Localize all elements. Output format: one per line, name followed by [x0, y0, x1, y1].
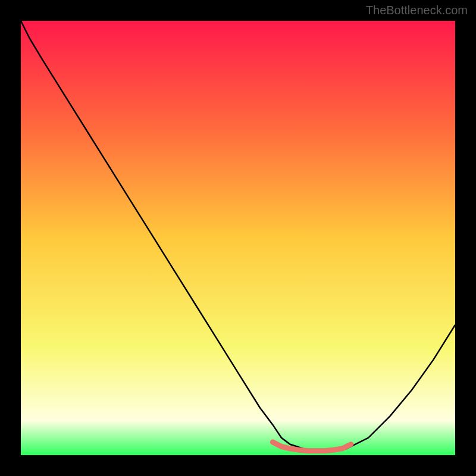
- gradient-background: [21, 21, 455, 455]
- chart-area: [21, 21, 455, 455]
- watermark-text: TheBottleneck.com: [366, 4, 468, 17]
- chart-svg: [21, 21, 455, 455]
